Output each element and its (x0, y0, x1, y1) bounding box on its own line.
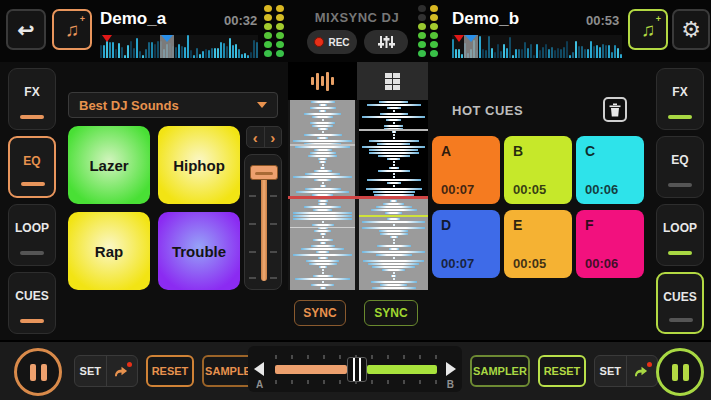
deck-a-music-library-button[interactable]: ♫ + (52, 9, 92, 50)
cue-time: 00:07 (441, 256, 474, 271)
deck-a-fx-button[interactable]: FX (8, 68, 56, 130)
crossfader-label-b: B (447, 379, 454, 390)
cue-letter: A (441, 143, 451, 159)
tab-waveform-view[interactable] (288, 62, 357, 100)
deck-b-jump-button[interactable] (627, 356, 658, 386)
deck-b-vu-meter (418, 5, 438, 57)
grid-tab-icon (385, 73, 400, 90)
hot-cue-pad-c[interactable]: C 00:06 (576, 136, 644, 204)
cues-indicator (20, 319, 44, 323)
pause-icon (683, 364, 689, 381)
sampler-pad-lazer[interactable]: Lazer (68, 126, 150, 204)
deck-a-pause-button[interactable] (14, 348, 62, 396)
cue-time: 00:06 (585, 182, 618, 197)
beat-marker-line (359, 129, 428, 131)
sampler-pad-rap[interactable]: Rap (68, 212, 150, 290)
hot-cue-pad-b[interactable]: B 00:05 (504, 136, 572, 204)
deck-b-time: 00:53 (586, 13, 619, 28)
deck-a-eq-button[interactable]: EQ (8, 136, 56, 198)
cue-time: 00:07 (441, 182, 474, 197)
deck-b-track-overview[interactable] (452, 35, 622, 58)
hot-cue-pad-e[interactable]: E 00:05 (504, 210, 572, 278)
sound-pack-dropdown[interactable]: Best DJ Sounds (68, 92, 278, 118)
record-button[interactable]: REC (307, 30, 357, 54)
deck-b-cues-button[interactable]: CUES (656, 272, 704, 334)
app-title: MIXSYNC DJ (302, 10, 412, 25)
sound-pack-value: Best DJ Sounds (79, 98, 257, 113)
dropdown-caret-icon (257, 102, 267, 108)
hot-cues-title: HOT CUES (452, 103, 523, 118)
eq-label: EQ (10, 154, 54, 168)
deck-b-eq-button[interactable]: EQ (656, 136, 704, 198)
deck-b-music-library-button[interactable]: ♫ + (628, 9, 668, 50)
tab-pads-view[interactable] (357, 62, 428, 100)
gear-icon: ⚙ (681, 17, 701, 43)
settings-button[interactable]: ⚙ (672, 9, 710, 50)
deck-b-fx-button[interactable]: FX (656, 68, 704, 130)
pause-icon (41, 364, 47, 381)
crossfader[interactable]: A B (248, 346, 462, 392)
back-button[interactable]: ↩ (6, 9, 46, 50)
deck-a-reset-button[interactable]: RESET (146, 355, 194, 387)
top-bar: ↩ ♫ + Demo_a 00:32 MIXSYNC DJ REC Demo_b… (0, 0, 711, 62)
sampler-pad-hiphop[interactable]: Hiphop (158, 126, 240, 204)
fx-label: FX (657, 85, 703, 99)
record-dot-icon (314, 37, 324, 47)
music-note-icon: ♫ (641, 20, 655, 39)
deck-a-jump-button[interactable] (107, 356, 138, 386)
pad-label: Trouble (172, 243, 226, 260)
deck-b-loop-button[interactable]: LOOP (656, 204, 704, 266)
deck-b-pause-button[interactable] (656, 348, 704, 396)
cue-letter: F (585, 217, 594, 233)
fader-handle[interactable] (250, 165, 278, 180)
deck-a-loop-button[interactable]: LOOP (8, 204, 56, 266)
record-label: REC (328, 37, 349, 48)
crossfader-left-arrow-icon (254, 362, 264, 376)
loop-indicator (668, 251, 692, 255)
mixer-button[interactable] (364, 30, 408, 54)
cue-letter: C (585, 143, 595, 159)
cue-marker-line (359, 215, 428, 217)
loop-label: LOOP (657, 221, 703, 235)
cue-letter: E (513, 217, 522, 233)
hot-cue-pad-a[interactable]: A 00:07 (432, 136, 500, 204)
hot-cue-pad-d[interactable]: D 00:07 (432, 210, 500, 278)
beat-marker-line (290, 144, 355, 146)
deck-b-sampler-button[interactable]: SAMPLER (470, 355, 530, 387)
deck-a-track-overview[interactable] (100, 35, 258, 58)
delete-cues-button[interactable] (603, 97, 627, 122)
deck-a-title: Demo_a (100, 9, 166, 29)
plus-icon: + (656, 14, 661, 24)
crossfader-label-a: A (256, 379, 263, 390)
cues-label: CUES (658, 290, 702, 304)
crossfader-bar-a (275, 365, 347, 374)
chevron-left-icon[interactable]: ‹ (247, 127, 265, 147)
mixer-sliders-icon (378, 35, 395, 49)
eq-indicator (21, 182, 45, 186)
deck-a-cues-button[interactable]: CUES (8, 272, 56, 334)
pause-icon (672, 364, 678, 381)
deck-a-waveform[interactable] (290, 100, 355, 290)
loop-label: LOOP (9, 221, 55, 235)
pause-icon (30, 364, 36, 381)
eq-indicator (668, 183, 692, 187)
crossfader-bar-b (367, 365, 437, 374)
deck-b-reset-button[interactable]: RESET (538, 355, 586, 387)
deck-b-sync-button[interactable]: SYNC (364, 300, 418, 326)
cue-letter: B (513, 143, 523, 159)
deck-a-sync-button[interactable]: SYNC (294, 300, 346, 326)
hot-cue-pad-f[interactable]: F 00:06 (576, 210, 644, 278)
crossfader-handle[interactable] (347, 357, 367, 382)
mixsync-dj-app: ↩ ♫ + Demo_a 00:32 MIXSYNC DJ REC Demo_b… (0, 0, 711, 400)
cue-letter: D (441, 217, 451, 233)
sampler-volume-fader[interactable] (244, 154, 282, 290)
cues-label: CUES (9, 289, 55, 303)
deck-b-set-button[interactable]: SET (595, 356, 627, 386)
sampler-pad-trouble[interactable]: Trouble (158, 212, 240, 290)
deck-a-set-cue-group: SET (74, 355, 138, 387)
cue-time: 00:05 (513, 256, 546, 271)
waveform-display (288, 100, 428, 290)
chevron-right-icon[interactable]: › (265, 127, 282, 147)
fx-indicator (668, 115, 692, 119)
deck-a-set-button[interactable]: SET (75, 356, 107, 386)
